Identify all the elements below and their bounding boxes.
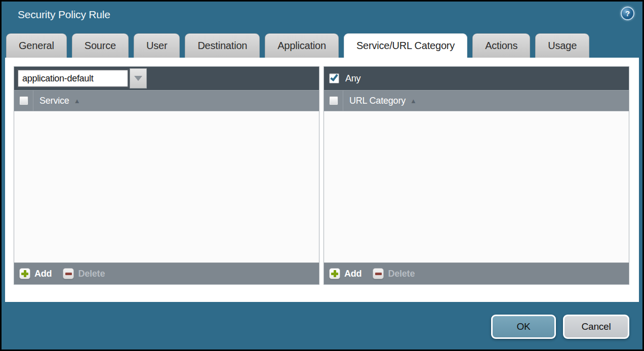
help-glyph: ? [625,9,630,18]
security-policy-rule-dialog: Security Policy Rule ? General Source Us… [0,0,644,351]
chevron-down-icon [134,76,142,81]
service-column-header: Service ▲ [14,90,319,111]
url-category-select-all-cell [324,91,343,111]
sort-asc-icon: ▲ [74,97,80,105]
service-panel: application-default Service ▲ [14,66,319,285]
url-category-list-body[interactable] [324,111,629,262]
plus-icon [329,268,340,279]
service-column-label[interactable]: Service ▲ [39,96,80,106]
minus-icon [63,268,74,279]
service-delete-button[interactable]: Delete [63,268,105,279]
tab-content: application-default Service ▲ [5,58,639,302]
checkmark-icon [330,73,338,81]
url-category-add-button[interactable]: Add [329,268,361,279]
service-type-dropdown[interactable]: application-default [17,68,147,89]
any-label: Any [345,73,360,84]
url-category-delete-button[interactable]: Delete [373,268,415,279]
tab-source[interactable]: Source [72,33,129,58]
url-category-panel: Any URL Category ▲ [324,66,629,285]
plus-icon [19,268,30,279]
tab-user[interactable]: User [134,33,180,58]
url-category-column-text: URL Category [349,96,406,106]
service-add-button[interactable]: Add [19,268,52,279]
service-column-text: Service [39,96,69,106]
service-delete-label: Delete [78,269,105,279]
url-category-add-label: Add [344,269,361,279]
dialog-footer: OK Cancel [491,315,629,339]
url-category-column-header: URL Category ▲ [324,90,629,111]
url-category-panel-header: Any [324,67,629,90]
any-checkbox[interactable] [329,73,339,83]
service-type-dropdown-button[interactable] [130,68,147,89]
service-type-dropdown-value[interactable]: application-default [17,69,129,87]
service-panel-header: application-default [14,67,319,90]
url-category-toolbar: Add Delete [324,262,629,284]
tab-actions[interactable]: Actions [472,33,530,58]
sort-asc-icon: ▲ [410,97,417,105]
service-list-body[interactable] [14,111,319,262]
url-category-delete-label: Delete [388,269,415,279]
service-add-label: Add [34,269,52,279]
dialog-title: Security Policy Rule [18,9,110,21]
ok-button[interactable]: OK [491,315,556,339]
dialog-background: Security Policy Rule ? General Source Us… [2,2,642,349]
tab-general[interactable]: General [6,33,67,58]
help-icon[interactable]: ? [621,7,634,20]
tab-destination[interactable]: Destination [185,33,260,58]
service-select-all-cell [14,91,33,111]
tab-usage[interactable]: Usage [535,33,589,58]
url-category-column-label[interactable]: URL Category ▲ [349,96,417,106]
tab-application[interactable]: Application [265,33,339,58]
tab-bar: General Source User Destination Applicat… [6,33,594,58]
url-category-select-all-checkbox[interactable] [329,96,338,105]
cancel-button[interactable]: Cancel [563,315,629,339]
minus-icon [373,268,384,279]
service-select-all-checkbox[interactable] [19,96,28,105]
tab-service-url-category[interactable]: Service/URL Category [344,33,467,58]
service-toolbar: Add Delete [14,262,319,284]
